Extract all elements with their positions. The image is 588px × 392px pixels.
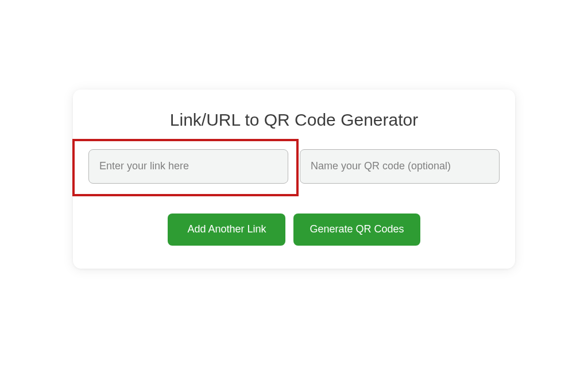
input-row <box>90 149 498 184</box>
add-another-link-button[interactable]: Add Another Link <box>168 214 285 246</box>
link-input-wrap <box>88 149 288 184</box>
qr-generator-card: Link/URL to QR Code Generator Add Anothe… <box>73 90 515 269</box>
qr-name-input[interactable] <box>300 149 500 184</box>
button-row: Add Another Link Generate QR Codes <box>90 214 498 246</box>
page-title: Link/URL to QR Code Generator <box>90 110 498 130</box>
link-input[interactable] <box>88 149 288 184</box>
generate-qr-codes-button[interactable]: Generate QR Codes <box>293 214 420 246</box>
name-input-wrap <box>300 149 500 184</box>
